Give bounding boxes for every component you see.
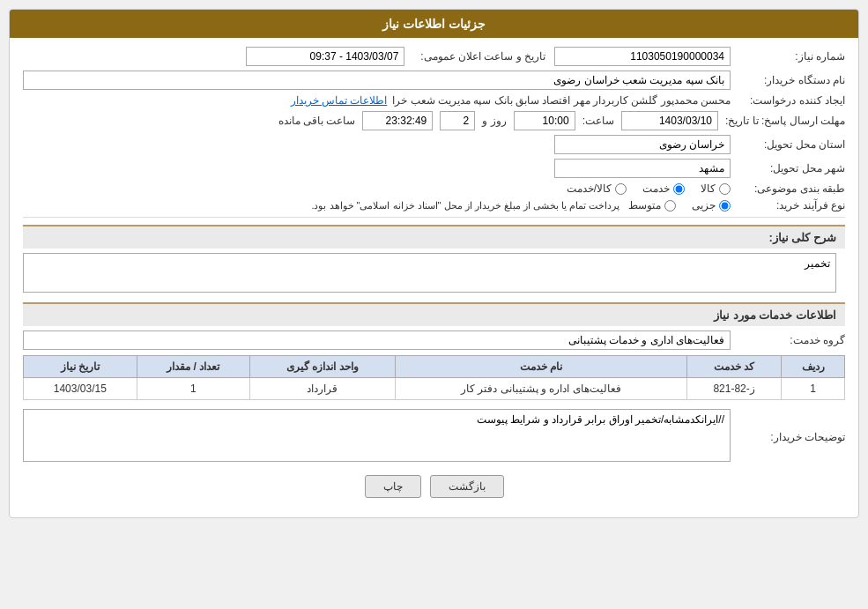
- input-mohlat-saat[interactable]: [514, 111, 575, 130]
- radio-input-motovaset[interactable]: [664, 200, 676, 212]
- th-vahed: واحد اندازه گیری: [250, 356, 396, 378]
- th-radif: ردیف: [782, 356, 845, 378]
- row-sharh: تخمیر: [23, 253, 845, 295]
- input-dastaghah[interactable]: [23, 71, 731, 90]
- label-ostan: استان محل تحویل:: [731, 138, 845, 151]
- radio-label-kala-khadamat: کالا/خدمت: [567, 182, 612, 195]
- th-tarikh: تاریخ نیاز: [24, 356, 137, 378]
- cell-tedad: 1: [137, 378, 249, 400]
- row-dastaghah: نام دستگاه خریدار:: [23, 71, 845, 90]
- value-sharh: تخمیر: [23, 253, 845, 295]
- value-ijad: محسن محمدپور گلشن کاربردار مهر اقتصاد سا…: [23, 94, 731, 107]
- radio-motovaset[interactable]: متوسط: [628, 199, 676, 212]
- label-ijad: ایجاد کننده درخواست:: [731, 94, 845, 107]
- th-nam: نام خدمت: [395, 356, 686, 378]
- section-khadamat-label: اطلاعات خدمات مورد نیاز: [714, 308, 836, 322]
- label-tozihat: توضیحات خریدار:: [731, 431, 845, 443]
- th-tedad: تعداد / مقدار: [137, 356, 249, 378]
- radio-khadamat[interactable]: خدمت: [642, 182, 685, 195]
- input-gorohe[interactable]: [23, 330, 731, 350]
- value-shahr: [23, 159, 731, 178]
- row-ostan: استان محل تحویل:: [23, 135, 845, 154]
- page-title: جزئیات اطلاعات نیاز: [382, 17, 486, 31]
- value-mohlat: ساعت: روز و ساعت باقی مانده: [23, 111, 718, 130]
- radio-input-kala[interactable]: [719, 183, 731, 195]
- buttons-row: چاپ بازگشت: [23, 475, 845, 498]
- textarea-sharh[interactable]: تخمیر: [23, 253, 836, 293]
- input-shenbare[interactable]: [554, 47, 731, 66]
- radio-kala[interactable]: کالا: [701, 182, 731, 195]
- cell-vahed: قرارداد: [250, 378, 396, 400]
- cell-tarikh: 1403/03/15: [24, 378, 137, 400]
- th-kod: کد خدمت: [686, 356, 781, 378]
- textarea-tozihat[interactable]: //ایرانکدمشابه/تخمیر اوراق برابر قرارداد…: [23, 409, 731, 462]
- row-tozihat: توضیحات خریدار: //ایرانکدمشابه/تخمیر اور…: [23, 409, 845, 464]
- label-mohlat-baqi: ساعت باقی مانده: [278, 115, 356, 127]
- radio-label-motovaset: متوسط: [628, 199, 661, 212]
- label-mohlat-rooz: روز و: [482, 115, 506, 127]
- table-row: 1 ز-82-821 فعالیت‌های اداره و پشتیبانی د…: [24, 378, 845, 400]
- row-mohlat: مهلت ارسال پاسخ: تا تاریخ: ساعت: روز و س…: [23, 111, 845, 130]
- btn-back[interactable]: بازگشت: [430, 475, 504, 498]
- value-tabaqe: کالا خدمت کالا/خدمت: [23, 182, 731, 195]
- section-khadamat: اطلاعات خدمات مورد نیاز: [23, 302, 845, 326]
- cell-radif: 1: [782, 378, 845, 400]
- input-tarikh[interactable]: [246, 47, 404, 66]
- value-tozihat: //ایرانکدمشابه/تخمیر اوراق برابر قرارداد…: [23, 409, 731, 464]
- label-dastaghah: نام دستگاه خریدار:: [731, 74, 845, 86]
- radio-label-kala: کالا: [701, 182, 716, 195]
- row-shahr: شهر محل تحویل:: [23, 159, 845, 178]
- label-nooe: نوع فرآیند خرید:: [731, 199, 845, 212]
- radio-jozii[interactable]: جزیی: [692, 199, 731, 212]
- label-tarikh: تاریخ و ساعت اعلان عمومی:: [413, 50, 545, 63]
- services-table: ردیف کد خدمت نام خدمت واحد اندازه گیری ت…: [23, 355, 845, 400]
- label-shenbare: شماره نیاز:: [731, 50, 845, 63]
- row-gorohe: گروه خدمت:: [23, 330, 845, 350]
- radio-label-khadamat: خدمت: [642, 182, 670, 195]
- cell-nam: فعالیت‌های اداره و پشتیبانی دفتر کار: [395, 378, 686, 400]
- input-mohlat-baqi[interactable]: [362, 111, 433, 130]
- input-mohlat-rooz[interactable]: [440, 111, 475, 130]
- radio-label-jozii: جزیی: [692, 199, 716, 212]
- value-nooe: جزیی متوسط پرداخت تمام یا بخشی از مبلغ خ…: [23, 199, 731, 212]
- card-header: جزئیات اطلاعات نیاز: [10, 10, 858, 38]
- link-tamas[interactable]: اطلاعات تماس خریدار: [291, 94, 388, 107]
- label-tabaqe: طبقه بندی موضوعی:: [731, 182, 845, 195]
- value-dastaghah: [23, 71, 731, 90]
- label-mohlat: مهلت ارسال پاسخ: تا تاریخ:: [718, 115, 845, 127]
- radio-kala-khadamat[interactable]: کالا/خدمت: [567, 182, 627, 195]
- row-ijad: ایجاد کننده درخواست: محسن محمدپور گلشن ک…: [23, 94, 845, 107]
- cell-kod: ز-82-821: [686, 378, 781, 400]
- page-container: جزئیات اطلاعات نیاز شماره نیاز: تاریخ و …: [0, 0, 868, 609]
- row-shenbare: شماره نیاز: تاریخ و ساعت اعلان عمومی:: [23, 47, 845, 66]
- input-mohlat-date[interactable]: [621, 111, 718, 130]
- radio-input-khadamat[interactable]: [673, 183, 685, 195]
- label-mohlat-saat: ساعت:: [582, 115, 614, 127]
- divider-1: [23, 217, 845, 218]
- btn-print[interactable]: چاپ: [365, 475, 421, 498]
- value-ostan: [23, 135, 731, 154]
- input-ostan[interactable]: [554, 135, 731, 154]
- section-sharh-label: شرح کلی نیاز:: [768, 231, 836, 244]
- main-card: جزئیات اطلاعات نیاز شماره نیاز: تاریخ و …: [9, 9, 859, 518]
- radio-input-jozii[interactable]: [719, 200, 731, 212]
- row-tabaqe: طبقه بندی موضوعی: کالا خدمت: [23, 182, 845, 195]
- radio-input-kala-khadamat[interactable]: [615, 183, 627, 195]
- label-gorohe: گروه خدمت:: [731, 334, 845, 346]
- card-body: شماره نیاز: تاریخ و ساعت اعلان عمومی: نا…: [10, 38, 858, 517]
- label-shahr: شهر محل تحویل:: [731, 162, 845, 175]
- row-nooe: نوع فرآیند خرید: جزیی متوسط: [23, 199, 845, 212]
- value-gorohe: [23, 330, 731, 350]
- nooe-note: پرداخت تمام یا بخشی از مبلغ خریدار از مح…: [311, 200, 619, 212]
- input-shahr[interactable]: [554, 159, 731, 178]
- section-sharh: شرح کلی نیاز:: [23, 225, 845, 249]
- ijad-text: محسن محمدپور گلشن کاربردار مهر اقتصاد سا…: [392, 94, 731, 107]
- value-shenbare: تاریخ و ساعت اعلان عمومی:: [23, 47, 731, 66]
